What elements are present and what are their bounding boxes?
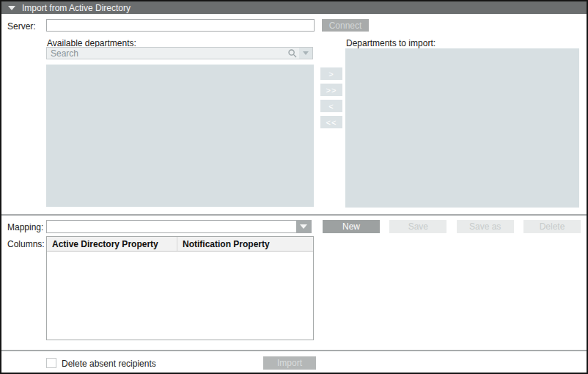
search-options-button[interactable] [299, 48, 312, 59]
table-header-row: Active Directory Property Notification P… [47, 237, 313, 252]
table-header-notification-property[interactable]: Notification Property [177, 237, 313, 251]
save-as-button[interactable]: Save as [457, 220, 514, 233]
import-from-ad-window: Import from Active Directory Server: Con… [0, 0, 588, 374]
section-title: Import from Active Directory [22, 3, 131, 13]
move-all-left-button[interactable]: << [320, 116, 342, 128]
search-input[interactable] [47, 48, 287, 59]
new-button[interactable]: New [323, 220, 380, 233]
columns-mapping-table[interactable]: Active Directory Property Notification P… [46, 236, 314, 340]
table-body[interactable] [47, 252, 313, 340]
import-button[interactable]: Import [263, 356, 316, 370]
chevron-down-icon [300, 224, 307, 229]
delete-button[interactable]: Delete [523, 220, 581, 233]
chevron-down-icon [303, 51, 309, 55]
divider [1, 350, 587, 351]
departments-to-import-list[interactable] [345, 48, 579, 208]
divider [1, 214, 587, 216]
move-right-button[interactable]: > [320, 67, 342, 80]
move-all-right-button[interactable]: >> [320, 84, 342, 96]
delete-absent-recipients-checkbox[interactable] [46, 358, 56, 368]
server-label: Server: [7, 21, 36, 32]
departments-to-import-label: Departments to import: [346, 38, 436, 48]
connect-button[interactable]: Connect [322, 19, 369, 32]
mapping-label: Mapping: [7, 222, 43, 232]
columns-label: Columns: [7, 239, 45, 249]
search-icon [287, 48, 298, 59]
mapping-dropdown-arrow-button[interactable] [296, 221, 311, 232]
delete-absent-recipients-label: Delete absent recipients [62, 359, 156, 369]
transfer-buttons: > >> < << [320, 67, 342, 128]
section-header[interactable]: Import from Active Directory [1, 1, 587, 14]
department-search-box [46, 47, 313, 59]
available-departments-list[interactable] [46, 65, 314, 207]
collapse-triangle-icon[interactable] [8, 6, 15, 10]
mapping-dropdown[interactable] [46, 220, 312, 233]
server-input[interactable] [46, 19, 315, 32]
move-left-button[interactable]: < [320, 100, 342, 112]
save-button[interactable]: Save [389, 220, 446, 233]
table-header-ad-property[interactable]: Active Directory Property [47, 237, 177, 251]
mapping-action-buttons: New Save Save as Delete [323, 220, 581, 233]
